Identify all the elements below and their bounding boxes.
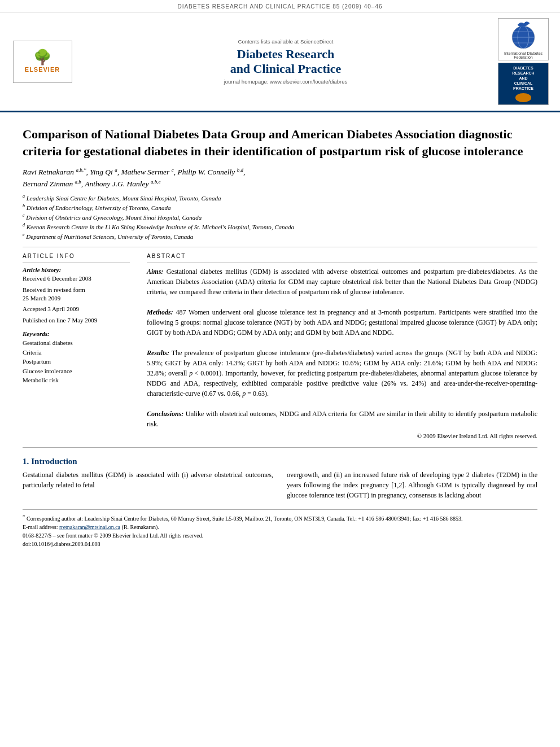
star-icon: * (23, 514, 25, 519)
elsevier-logo-area: 🌳 ELSEVIER (11, 41, 73, 83)
keyword-1: Gestational diabetes (23, 338, 130, 348)
idf-logo: International Diabetes Federation (498, 18, 549, 60)
elsevier-label: ELSEVIER (25, 66, 60, 73)
email-link[interactable]: rretnakaran@mtsinai.on.ca (59, 524, 120, 530)
affiliation-c: c Division of Obstetrics and Gynecology,… (23, 212, 537, 222)
abstract-header: ABSTRACT (147, 253, 537, 259)
drcp-circle (515, 93, 531, 102)
journal-branding: 🌳 ELSEVIER Contents lists available at S… (0, 12, 560, 112)
keywords-label: Keywords: (23, 330, 130, 337)
article-info-header: ARTICLE INFO (23, 253, 130, 259)
journal-homepage: journal homepage: www.elsevier.com/locat… (79, 78, 492, 85)
affiliation-e: e Department of Nutritional Sciences, Un… (23, 231, 537, 241)
article-title: Comparison of National Diabetes Data Gro… (23, 126, 537, 159)
authors-line: Ravi Retnakaran a,b,*, Ying Qi a, Mathew… (23, 166, 537, 190)
drcp-logo-text: DIABETESRESEARCHANDCLINICALPRACTICE (512, 65, 534, 91)
history-received: Received 6 December 2008 (23, 274, 130, 283)
journal-citation: DIABETES RESEARCH AND CLINICAL PRACTICE … (177, 3, 382, 10)
keywords-section: Keywords: Gestational diabetes Criteria … (23, 330, 130, 385)
main-content: Comparison of National Diabetes Data Gro… (0, 112, 560, 554)
section-title-introduction: 1.Introduction (23, 457, 537, 466)
elsevier-logo-box: 🌳 ELSEVIER (13, 41, 72, 83)
sciencedirect-line: Contents lists available at ScienceDirec… (79, 38, 492, 45)
introduction-body: Gestational diabetes mellitus (GDM) is a… (23, 470, 537, 500)
journal-title-area: Contents lists available at ScienceDirec… (79, 38, 492, 85)
idf-graphic (504, 19, 543, 50)
footnote-email: E-mail address: rretnakaran@mtsinai.on.c… (23, 523, 537, 531)
affiliations: a Leadership Sinai Centre for Diabetes, … (23, 193, 537, 241)
keyword-3: Postpartum (23, 357, 130, 366)
journal-header-bar: DIABETES RESEARCH AND CLINICAL PRACTICE … (0, 0, 560, 12)
copyright-line: © 2009 Elsevier Ireland Ltd. All rights … (147, 433, 537, 439)
journal-title: Diabetes Research and Clinical Practice (79, 47, 492, 77)
article-info-abstract: ARTICLE INFO Article history: Received 6… (23, 253, 537, 439)
divider-1 (23, 247, 537, 247)
history-revised: Received in revised form25 March 2009 (23, 286, 130, 303)
affiliation-d: d Keenan Research Centre in the Li Ka Sh… (23, 222, 537, 231)
history-accepted: Accepted 3 April 2009 (23, 305, 130, 313)
article-info-divider (23, 263, 130, 263)
intro-col-right: overgrowth, and (ii) an increased future… (287, 470, 537, 500)
history-label: Article history: (23, 267, 130, 273)
article-info-column: ARTICLE INFO Article history: Received 6… (23, 253, 130, 439)
section-number: 1. (23, 457, 29, 466)
footnote-star: * Corresponding author at: Leadership Si… (23, 513, 537, 523)
affiliation-b: b Division of Endocrinology, University … (23, 203, 537, 212)
idf-text: International Diabetes Federation (498, 51, 548, 59)
keyword-4: Glucose intolerance (23, 366, 130, 376)
abstract-divider (147, 263, 537, 263)
footnote-section: * Corresponding author at: Leadership Si… (23, 509, 537, 548)
abstract-column: ABSTRACT Aims: Gestational diabetes mell… (147, 253, 537, 439)
affiliation-a: a Leadership Sinai Centre for Diabetes, … (23, 193, 537, 203)
drcp-logo: DIABETESRESEARCHANDCLINICALPRACTICE (498, 63, 549, 105)
section-label: Introduction (31, 457, 77, 466)
keyword-5: Metabolic risk (23, 375, 130, 385)
partner-logos: International Diabetes Federation DIABET… (498, 18, 549, 105)
abstract-text: Aims: Gestational diabetes mellitus (GDM… (147, 267, 537, 429)
history-online: Published on line 7 May 2009 (23, 316, 130, 325)
keyword-2: Criteria (23, 348, 130, 357)
intro-col-left: Gestational diabetes mellitus (GDM) is a… (23, 470, 273, 500)
page-container: DIABETES RESEARCH AND CLINICAL PRACTICE … (0, 0, 560, 747)
footnote-doi2: doi:10.1016/j.diabres.2009.04.008 (23, 540, 537, 548)
divider-2 (23, 447, 537, 448)
elsevier-tree-icon: 🌳 (33, 50, 51, 65)
footnote-doi1: 0168-8227/$ – see front matter © 2009 El… (23, 531, 537, 540)
